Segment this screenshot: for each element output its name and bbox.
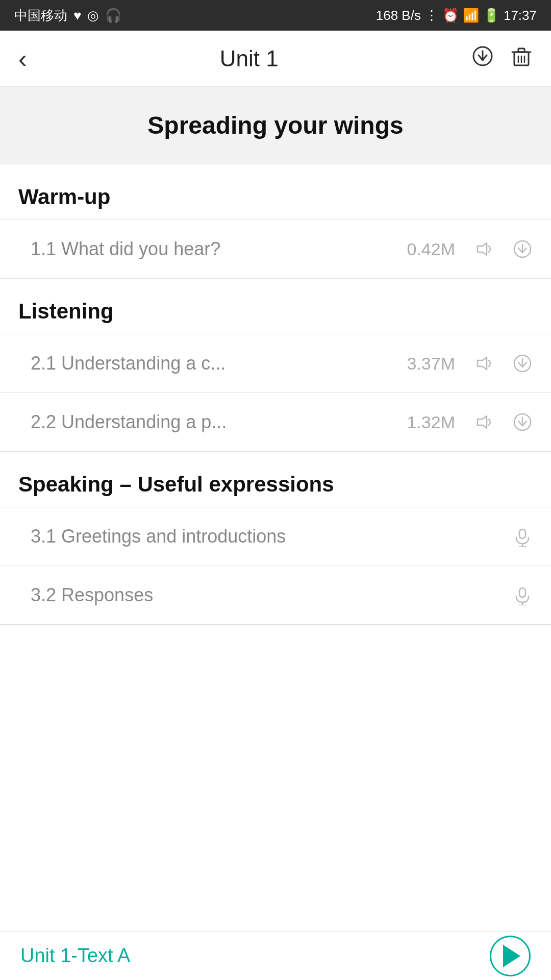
mic-icon-3-1[interactable] (512, 526, 533, 547)
heart-icon: ♥ (73, 8, 81, 23)
list-item-left-1-1: 1.1 What did you hear? (31, 238, 220, 260)
status-right: 168 B/s ⋮ ⏰ 📶 🔋 17:37 (376, 8, 537, 23)
list-item-left-3-1: 3.1 Greetings and introductions (31, 526, 286, 547)
list-item-size-1-1: 0.42M (407, 239, 456, 259)
unit-header: Spreading your wings (0, 87, 551, 164)
svg-rect-4 (518, 48, 524, 52)
list-item-size-2-2: 1.32M (407, 412, 456, 432)
status-bar: 中国移动 ♥ ◎ 🎧 168 B/s ⋮ ⏰ 📶 🔋 17:37 (0, 0, 551, 31)
play-triangle-icon (503, 945, 520, 967)
signal-icon: 📶 (463, 8, 479, 23)
battery-icon: 🔋 (483, 8, 499, 23)
list-item-1-1[interactable]: 1.1 What did you hear?0.42M (0, 220, 551, 279)
nav-bar: ‹ Unit 1 (0, 31, 551, 87)
mic-icon-3-2[interactable] (512, 585, 533, 605)
list-item-3-2[interactable]: 3.2 Responses (0, 566, 551, 625)
svg-rect-17 (519, 529, 525, 538)
list-item-2-1[interactable]: 2.1 Understanding a c...3.37M (0, 334, 551, 393)
download-button[interactable] (471, 45, 494, 72)
download-icon-1-1[interactable] (512, 239, 533, 259)
alarm-icon: ⏰ (442, 8, 459, 23)
vibrate-icon: ⋮ (425, 8, 438, 23)
svg-rect-20 (519, 588, 525, 597)
unit-subtitle: Spreading your wings (147, 112, 403, 139)
list-item-left-3-2: 3.2 Responses (31, 584, 153, 606)
status-left: 中国移动 ♥ ◎ 🎧 (14, 7, 121, 24)
play-button[interactable] (490, 936, 531, 976)
time-display: 17:37 (504, 8, 537, 23)
download-icon-2-2[interactable] (512, 412, 533, 432)
list-item-title-2-2: 2.2 Understanding a p... (31, 411, 227, 433)
list-item-right-2-1: 3.37M (407, 353, 533, 374)
volume-icon-1-1[interactable] (473, 239, 494, 259)
list-item-size-2-1: 3.37M (407, 354, 456, 374)
list-item-right-2-2: 1.32M (407, 412, 533, 432)
back-button[interactable]: ‹ (18, 46, 27, 71)
delete-button[interactable] (510, 45, 533, 72)
download-icon-2-1[interactable] (512, 353, 533, 374)
current-track-title[interactable]: Unit 1-Text A (20, 945, 130, 967)
list-item-left-2-1: 2.1 Understanding a c... (31, 353, 226, 374)
headphone-icon: 🎧 (105, 8, 121, 23)
carrier-text: 中国移动 (14, 7, 67, 24)
section-heading-2: Speaking – Useful expressions (0, 452, 551, 507)
page-title: Unit 1 (220, 46, 279, 71)
network-speed: 168 B/s (376, 8, 421, 23)
svg-marker-8 (478, 243, 487, 255)
section-container: Warm-up1.1 What did you hear?0.42M Liste… (0, 164, 551, 676)
svg-marker-14 (478, 416, 487, 428)
list-item-right-1-1: 0.42M (407, 239, 533, 259)
list-item-left-2-2: 2.2 Understanding a p... (31, 411, 227, 433)
nav-actions (471, 45, 533, 72)
list-item-title-1-1: 1.1 What did you hear? (31, 238, 220, 260)
volume-icon-2-1[interactable] (473, 353, 494, 374)
bottom-bar: Unit 1-Text A (0, 931, 551, 980)
list-item-title-3-1: 3.1 Greetings and introductions (31, 526, 286, 547)
list-item-right-3-2 (512, 585, 533, 605)
volume-icon-2-2[interactable] (473, 412, 494, 432)
list-item-title-3-2: 3.2 Responses (31, 584, 153, 606)
section-heading-0: Warm-up (0, 164, 551, 219)
list-item-3-1[interactable]: 3.1 Greetings and introductions (0, 507, 551, 566)
svg-marker-11 (478, 357, 487, 370)
qq-icon: ◎ (87, 8, 99, 23)
list-item-title-2-1: 2.1 Understanding a c... (31, 353, 226, 374)
list-item-right-3-1 (512, 526, 533, 547)
section-heading-1: Listening (0, 279, 551, 334)
list-item-2-2[interactable]: 2.2 Understanding a p...1.32M (0, 393, 551, 452)
